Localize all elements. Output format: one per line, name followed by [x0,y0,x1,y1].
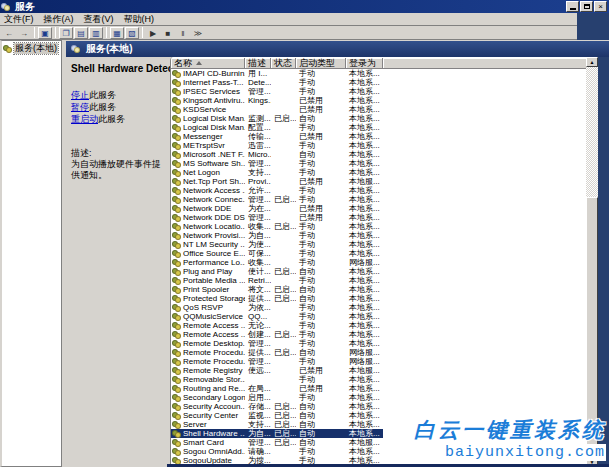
refresh-icon[interactable]: ▤ [74,27,88,39]
table-row[interactable]: Remote Access ...创建...已启...手动本地系... [171,330,383,339]
cell-name: Smart Card [171,438,245,447]
cell-name: Internet Pass-T... [171,78,245,87]
service-detail-panel: Shell Hardware Detection 停止此服务暂停此服务重启动此服… [66,57,170,467]
table-row[interactable]: Portable Media ...Retri...手动本地系... [171,276,383,285]
table-row[interactable]: Remote Procedu...管理...手动网络服... [171,357,383,366]
cell-name: Server [171,420,245,429]
cell-name: Sogou OmniAdd... [171,447,245,456]
service-icon [173,403,181,411]
table-row[interactable]: Remote Desktop...管理...手动本地系... [171,339,383,348]
menu-item-view[interactable]: 查看(V) [84,13,114,26]
service-icon [173,106,181,114]
cell-description: 允许... [245,186,271,195]
back-icon[interactable]: ← [2,27,16,39]
restore-button[interactable] [580,1,593,12]
show-console-tree-icon[interactable]: ▣ [38,27,52,39]
table-row[interactable]: Shell Hardware ...为自...已启...自动本地系... [171,429,383,438]
vertical-scrollbar[interactable]: ▲ ▼ [586,57,598,467]
table-row[interactable]: METrsptSvr迅雷...手动本地系... [171,141,383,150]
tree-item-services-local[interactable]: 服务(本地) [4,43,61,54]
service-icon [173,124,181,132]
table-row[interactable]: Remote Procedu...提供...已启...自动网络服... [171,348,383,357]
table-row[interactable]: Protected Storage提供...已启...自动本地系... [171,294,383,303]
table-row[interactable]: Messenger传输...已禁用本地系... [171,132,383,141]
table-row[interactable]: Network Locatio...收集...已启...手动本地系... [171,222,383,231]
table-row[interactable]: MS Software Sh...管理...手动本地系... [171,159,383,168]
start-service-icon[interactable]: ▶ [146,27,160,39]
table-row[interactable]: KSDService已禁用本地系... [171,105,383,114]
table-row[interactable]: Network Provisi...为自...手动本地系... [171,231,383,240]
pause-service-link[interactable]: 暂停此服务 [71,101,166,113]
restart-service-icon[interactable]: ≫ [191,27,205,39]
table-row[interactable]: Smart Card管理...已启...自动本地服... [171,438,383,447]
table-row[interactable]: Network Access ...允许...手动本地系... [171,186,383,195]
minimize-button[interactable] [566,1,579,12]
close-button[interactable]: × [594,1,607,12]
table-row[interactable]: Print Spooler将文...已启...自动本地系... [171,285,383,294]
restart-service-link[interactable]: 重启动此服务 [71,113,166,125]
table-row[interactable]: Removable Stor...手动本地系... [171,375,383,384]
scrollbar-thumb[interactable] [586,197,598,446]
column-header-2[interactable]: 状态 [271,58,296,68]
table-row[interactable]: Net.Tcp Port Sh...Provi...已禁用本地服... [171,177,383,186]
cell-description: 监测... [245,114,271,123]
table-row[interactable]: Kingsoft Antiviru...Kings...已禁用本地系... [171,96,383,105]
services-app-icon [2,3,10,11]
stop-service-icon[interactable]: ■ [161,27,175,39]
cell-description: 使计... [245,267,271,276]
table-row[interactable]: Net Logon支持...手动本地系... [171,168,383,177]
cell-startup-type: 自动 [296,150,346,159]
cell-startup-type: 自动 [296,285,346,294]
export-list-icon[interactable]: ▥ [89,27,103,39]
menu-item-file[interactable]: 文件(F) [4,13,34,26]
table-row[interactable]: Performance Lo...收集...手动网络服... [171,258,383,267]
column-header-0[interactable]: 名称 [171,58,245,68]
service-icon [173,97,181,105]
table-row[interactable]: Microsoft .NET F...Micro...自动本地系... [171,150,383,159]
table-row[interactable]: Network DDE DS...管理...已禁用本地系... [171,213,383,222]
properties-icon[interactable]: ❐ [59,27,73,39]
scroll-up-button[interactable]: ▲ [586,57,598,67]
tree-item-label: 服务(本地) [14,43,58,54]
service-icon [173,133,181,141]
cell-log-on-as: 本地服... [346,366,383,375]
table-row[interactable]: Internet Pass-T...Dete...手动本地系... [171,78,383,87]
menu-item-help[interactable]: 帮助(H) [124,13,155,26]
table-row[interactable]: Network DDE为在...已禁用本地系... [171,204,383,213]
column-header-3[interactable]: 启动类型 [296,58,346,68]
table-row[interactable]: QQMusicServiceQQ...手动本地系... [171,312,383,321]
forward-icon[interactable]: → [17,27,31,39]
titlebar: 服务 × [0,0,609,13]
table-row[interactable]: Secondary Logon启用...手动本地系... [171,393,383,402]
table-row[interactable]: Plug and Play使计...已启...自动本地系... [171,267,383,276]
column-header-1[interactable]: 描述 [245,58,271,68]
cell-log-on-as: 本地系... [346,330,383,339]
table-row[interactable]: Sogou OmniAdd...请确...手动本地系... [171,447,383,456]
services-pane: 服务(本地) Shell Hardware Detection 停止此服务暂停此… [66,40,609,467]
help-icon[interactable]: ▦ [110,27,124,39]
cell-name: Performance Lo... [171,258,245,267]
table-row[interactable]: Remote Access ...无论...手动本地系... [171,321,383,330]
table-row[interactable]: Server支持...已启...自动本地系... [171,420,383,429]
table-row[interactable]: Remote Registry使远...已禁用本地服... [171,366,383,375]
table-row[interactable]: IPSEC Services管理...手动本地系... [171,87,383,96]
cell-log-on-as: 本地系... [346,429,383,438]
table-row[interactable]: Security Accoun...存储...已启...自动本地系... [171,402,383,411]
table-row[interactable]: Routing and Re...在局...已禁用本地系... [171,384,383,393]
table-row[interactable]: Network Connec...管理...已启...手动本地系... [171,195,383,204]
table-row[interactable]: QoS RSVP为依...手动本地系... [171,303,383,312]
column-header-4[interactable]: 登录为 [346,58,383,68]
pause-service-icon[interactable]: ‖ [176,27,190,39]
menu-item-action[interactable]: 操作(A) [44,13,74,26]
window-icon[interactable]: ▧ [125,27,139,39]
cell-description: 存储... [245,402,271,411]
cell-name: Logical Disk Man... [171,114,245,123]
cell-startup-type: 已禁用 [296,105,346,114]
table-row[interactable]: NT LM Security ...为使...手动本地系... [171,240,383,249]
table-row[interactable]: Logical Disk Man...配置...手动本地系... [171,123,383,132]
table-row[interactable]: IMAPI CD-Burnin...用 I...手动本地系... [171,69,383,78]
stop-service-link[interactable]: 停止此服务 [71,89,166,101]
table-row[interactable]: Logical Disk Man...监测...已启...自动本地系... [171,114,383,123]
table-row[interactable]: Office Source E...可保...手动本地系... [171,249,383,258]
table-row[interactable]: Security Center监视...已启...自动本地系... [171,411,383,420]
